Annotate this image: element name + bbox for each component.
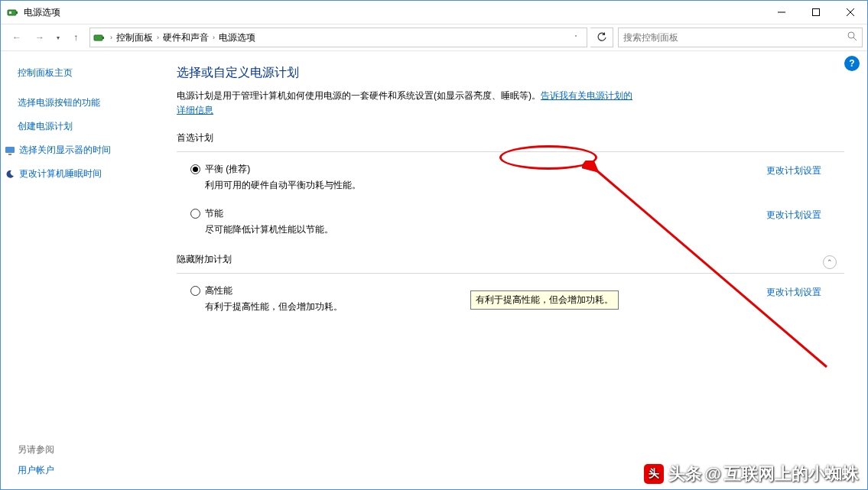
change-plan-settings-link[interactable]: 更改计划设置	[766, 164, 821, 177]
search-icon	[847, 31, 857, 44]
svg-rect-0	[8, 10, 16, 15]
window-title: 电源选项	[24, 6, 764, 19]
svg-rect-2	[9, 11, 11, 14]
svg-rect-8	[102, 37, 104, 39]
plan-description: 利用可用的硬件自动平衡功耗与性能。	[205, 179, 766, 192]
change-plan-settings-link[interactable]: 更改计划设置	[766, 209, 821, 222]
sidebar-link[interactable]: 选择电源按钮的功能	[18, 96, 154, 109]
sidebar-link[interactable]: 创建电源计划	[18, 120, 154, 133]
svg-rect-7	[94, 35, 102, 41]
see-also-heading: 另请参阅	[18, 443, 54, 456]
svg-point-9	[848, 32, 854, 38]
page-description: 电源计划是用于管理计算机如何使用电源的一套硬件和系统设置(如显示器亮度、睡眠等)…	[177, 89, 636, 118]
maximize-button[interactable]	[798, 1, 833, 24]
collapse-icon[interactable]: ⌃	[823, 255, 837, 269]
address-icon	[93, 31, 106, 44]
plan-description: 尽可能降低计算机性能以节能。	[205, 223, 766, 236]
chevron-right-icon: ›	[155, 34, 161, 41]
forward-button[interactable]: →	[28, 27, 51, 48]
chevron-right-icon: ›	[109, 34, 114, 41]
breadcrumb-item[interactable]: 控制面板	[114, 31, 155, 44]
plan-name: 平衡 (推荐)	[205, 163, 766, 176]
search-placeholder: 搜索控制面板	[623, 31, 847, 44]
monitor-icon	[4, 144, 16, 157]
svg-line-10	[853, 37, 857, 41]
power-plan-saver[interactable]: 节能 尽可能降低计算机性能以节能。 更改计划设置	[177, 204, 844, 248]
svg-rect-11	[5, 147, 15, 153]
breadcrumb-item[interactable]: 电源选项	[216, 31, 258, 44]
svg-rect-1	[16, 11, 18, 14]
app-icon	[7, 6, 19, 18]
tooltip: 有利于提高性能，但会增加功耗。	[470, 290, 619, 310]
moon-icon	[4, 168, 16, 180]
page-heading: 选择或自定义电源计划	[177, 65, 844, 81]
address-dropdown[interactable]: ˅	[568, 34, 584, 41]
hidden-plans-section[interactable]: 隐藏附加计划 ⌃	[177, 253, 844, 274]
control-panel-home-link[interactable]: 控制面板主页	[18, 67, 154, 80]
svg-rect-4	[812, 9, 819, 16]
chevron-right-icon: ›	[211, 34, 216, 41]
breadcrumb-item[interactable]: 硬件和声音	[161, 31, 211, 44]
close-button[interactable]	[833, 1, 867, 24]
sidebar-link[interactable]: 更改计算机睡眠时间	[18, 167, 154, 180]
see-also-link[interactable]: 用户帐户	[18, 464, 54, 477]
back-button[interactable]: ←	[5, 27, 28, 48]
up-button[interactable]: ↑	[65, 27, 86, 48]
radio-button[interactable]	[190, 164, 200, 174]
preferred-plans-section: 首选计划	[177, 131, 844, 152]
radio-button[interactable]	[190, 209, 200, 219]
power-plan-balanced[interactable]: 平衡 (推荐) 利用可用的硬件自动平衡功耗与性能。 更改计划设置	[177, 160, 844, 204]
help-button[interactable]: ?	[844, 56, 860, 71]
sidebar-link[interactable]: 选择关闭显示器的时间	[18, 144, 154, 157]
watermark: 头 头条 @ 互联网上的小蜘蛛	[644, 462, 859, 485]
svg-rect-12	[8, 154, 11, 155]
watermark-icon: 头	[644, 464, 664, 484]
address-bar[interactable]: › 控制面板 › 硬件和声音 › 电源选项 ˅	[89, 28, 587, 47]
plan-name: 节能	[205, 207, 766, 220]
change-plan-settings-link[interactable]: 更改计划设置	[766, 286, 821, 299]
search-input[interactable]: 搜索控制面板	[618, 28, 863, 47]
radio-button[interactable]	[190, 286, 200, 296]
history-dropdown[interactable]: ▾	[51, 34, 65, 41]
refresh-button[interactable]	[590, 28, 613, 47]
minimize-button[interactable]	[764, 1, 798, 24]
